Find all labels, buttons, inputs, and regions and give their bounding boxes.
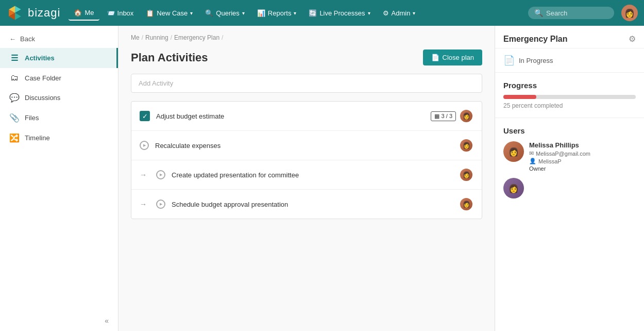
activity-meta-3: 👩 [459,168,473,182]
user-name: Melissa Phillips [529,141,590,149]
case-folder-icon: 🗂 [9,73,20,82]
activity-user-avatar-3[interactable]: 👩 [459,168,473,182]
nav-item-queries[interactable]: 🔍 Queries ▾ [200,6,250,20]
nav-item-me[interactable]: 🏠 Me [69,6,99,21]
chevron-down-icon: ▾ [368,10,370,16]
live-processes-icon: 🔄 [309,9,317,17]
breadcrumb-sep-1: / [142,34,143,41]
email-icon: ✉ [529,150,534,157]
app-body: ← Back ☰ Activities 🗂 Case Folder 💬 Disc… [0,26,644,331]
collapse-icon: « [105,317,109,325]
discussions-icon: 💬 [9,93,20,103]
logo[interactable]: bizagi [6,4,60,22]
home-icon: 🏠 [74,9,82,16]
activity-meta-1: ▦ 3 / 3 👩 [431,109,473,123]
new-case-icon: 📋 [146,9,154,17]
breadcrumb-running[interactable]: Running [145,34,168,41]
close-plan-icon: 📄 [431,54,439,61]
user-icon: 👤 [529,158,536,164]
back-arrow-icon: ← [9,35,16,43]
progress-bar-background [503,95,636,99]
user-username: 👤 MelissaP [529,158,590,164]
top-navigation: bizagi 🏠 Me 📨 Inbox 📋 New Case ▾ 🔍 Queri… [0,0,644,26]
user-row: 👩 Melissa Phillips ✉ MelissaP@gmail.com … [503,141,636,172]
page-header: Plan Activities 📄 Close plan [118,45,495,74]
files-icon: 📎 [9,113,20,123]
activity-row: → Schedule budget approval presentation … [131,190,482,219]
activity-checkbox-checked[interactable]: ✓ [140,111,150,121]
progress-label: Progress [503,81,636,90]
logo-icon [6,4,24,22]
main-content: Me / Running / Emergency Plan / Plan Act… [118,26,495,331]
activity-name-1: Adjust budget estimate [156,112,425,120]
subtask-badge: ▦ 3 / 3 [431,111,456,121]
activity-user-avatar-2[interactable]: 👩 [459,138,473,153]
sidebar-item-timeline[interactable]: 🔀 Timeline [0,128,118,148]
user-role: Owner [529,166,590,172]
user-avatar-second: 👩 [503,178,524,198]
breadcrumb-sep-3: / [222,34,223,41]
reports-icon: 📊 [257,9,265,17]
nav-item-admin[interactable]: ⚙ Admin ▾ [378,6,421,20]
user-row: 👩 [503,178,636,198]
logo-text: bizagi [28,6,60,20]
user-email: ✉ MelissaP@gmail.com [529,150,590,157]
nav-item-inbox[interactable]: 📨 Inbox [101,6,139,20]
queries-icon: 🔍 [205,9,213,17]
progress-section: Progress 25 percent completed [495,73,644,118]
nav-item-new-case[interactable]: 📋 New Case ▾ [141,6,198,20]
search-input[interactable] [546,9,608,17]
chevron-down-icon: ▾ [242,10,245,16]
users-title: Users [503,126,636,135]
nav-item-reports[interactable]: 📊 Reports ▾ [252,6,302,20]
back-button[interactable]: ← Back [0,30,118,48]
admin-icon: ⚙ [383,9,389,17]
activity-name-3: Create updated presentation for committe… [172,171,453,179]
page-title: Plan Activities [131,51,208,64]
sidebar-item-case-folder[interactable]: 🗂 Case Folder [0,68,118,88]
activity-name-4: Schedule budget approval presentation [172,201,453,208]
activity-user-avatar-4[interactable]: 👩 [459,197,473,211]
activity-status-circle [156,170,165,179]
status-text: In Progress [519,57,553,64]
user-avatar-melissa: 👩 [503,141,524,162]
search-box[interactable]: 🔍 [528,7,614,19]
activity-row: Recalculate expenses 👩 [131,131,482,160]
progress-percent-text: 25 percent completed [503,102,636,109]
progress-bar-fill [503,95,536,99]
panel-title: Emergency Plan [503,35,568,44]
sidebar-item-discussions[interactable]: 💬 Discussions [0,88,118,108]
activity-arrow-icon: → [140,171,150,179]
timeline-icon: 🔀 [9,133,20,143]
status-icon: 📄 [503,55,515,66]
panel-header: Emergency Plan ⚙ [495,26,644,48]
add-activity-input[interactable]: Add Activity [131,74,482,93]
gear-icon[interactable]: ⚙ [629,34,636,44]
search-icon: 🔍 [534,9,543,17]
chevron-down-icon: ▾ [190,10,193,16]
sidebar-item-files[interactable]: 📎 Files [0,108,118,128]
activity-row: ✓ Adjust budget estimate ▦ 3 / 3 👩 [131,102,482,131]
right-panel: Emergency Plan ⚙ 📄 In Progress Progress … [495,26,644,331]
activity-meta-2: 👩 [459,138,473,153]
users-section: Users 👩 Melissa Phillips ✉ MelissaP@gmai… [495,118,644,213]
nav-item-live-processes[interactable]: 🔄 Live Processes ▾ [303,6,375,20]
chevron-down-icon: ▾ [294,10,296,16]
user-info-melissa: Melissa Phillips ✉ MelissaP@gmail.com 👤 … [529,141,590,172]
activity-name-2: Recalculate expenses [155,142,453,150]
activity-status-circle [156,200,165,209]
breadcrumb-me[interactable]: Me [131,34,140,41]
activity-user-avatar-1[interactable]: 👩 [459,109,473,123]
close-plan-button[interactable]: 📄 Close plan [423,49,482,65]
inbox-icon: 📨 [107,9,115,17]
breadcrumb-emergency-plan[interactable]: Emergency Plan [174,34,219,41]
user-avatar-nav[interactable]: 👩 [621,5,638,21]
breadcrumb: Me / Running / Emergency Plan / [118,26,495,45]
activity-meta-4: 👩 [459,197,473,211]
activity-row: → Create updated presentation for commit… [131,160,482,190]
subtask-icon: ▦ [434,113,439,120]
breadcrumb-sep-2: / [171,34,172,41]
sidebar-collapse-button[interactable]: « [0,310,118,331]
sidebar: ← Back ☰ Activities 🗂 Case Folder 💬 Disc… [0,26,118,331]
sidebar-item-activities[interactable]: ☰ Activities [0,48,118,68]
